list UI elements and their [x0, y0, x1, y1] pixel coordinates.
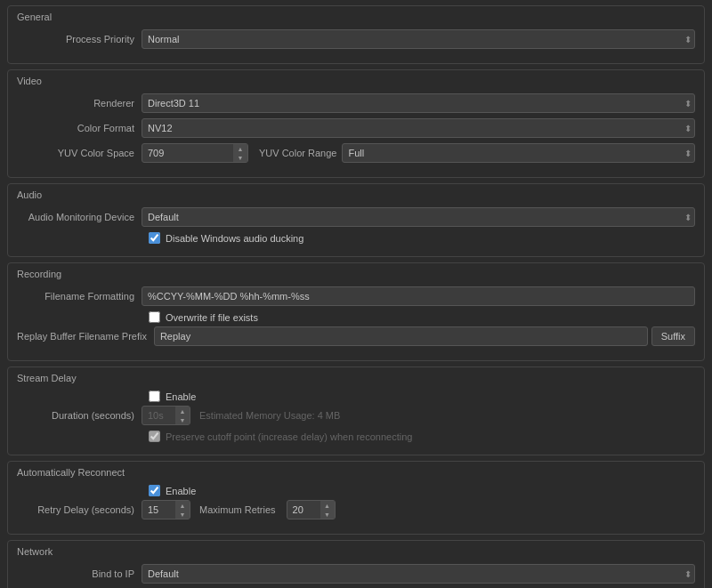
general-title: General: [17, 12, 695, 22]
retry-delay-spin: ▲ ▼: [142, 500, 190, 520]
renderer-select-wrap: Direct3D 11 OpenGL ⬍: [142, 93, 695, 113]
stream-delay-enable-label: Enable: [166, 391, 196, 402]
renderer-select[interactable]: Direct3D 11 OpenGL: [142, 93, 695, 113]
max-retries-up-button[interactable]: ▲: [320, 501, 335, 510]
bind-ip-select-wrap: Default ⬍: [142, 564, 695, 584]
retry-delay-label: Retry Delay (seconds): [17, 504, 142, 515]
yuv-space-down-button[interactable]: ▼: [233, 153, 247, 162]
bind-ip-row: Bind to IP Default ⬍: [17, 564, 695, 584]
process-priority-row: Process Priority Normal Above Normal Hig…: [17, 29, 695, 49]
retry-row: Retry Delay (seconds) ▲ ▼ Maximum Retrie…: [17, 500, 695, 520]
duration-label: Duration (seconds): [17, 410, 142, 421]
suffix-button[interactable]: Suffix: [651, 326, 695, 346]
replay-prefix-input[interactable]: [154, 326, 648, 346]
yuv-space-up-button[interactable]: ▲: [233, 144, 247, 153]
stream-delay-enable-row: Enable: [17, 391, 695, 402]
max-retries-label: Maximum Retries: [199, 504, 281, 515]
audio-monitoring-select[interactable]: Default: [142, 207, 695, 227]
stream-delay-duration-row: Duration (seconds) ▲ ▼ Estimated Memory …: [17, 406, 695, 425]
renderer-row: Renderer Direct3D 11 OpenGL ⬍: [17, 93, 695, 113]
duration-spin-buttons: ▲ ▼: [175, 407, 190, 424]
preserve-cutoff-label: Preserve cutoff point (increase delay) w…: [166, 431, 412, 442]
renderer-label: Renderer: [17, 98, 142, 109]
bind-ip-label: Bind to IP: [17, 568, 142, 579]
general-section: General Process Priority Normal Above No…: [7, 5, 705, 64]
overwrite-row: Overwrite if file exists: [17, 311, 695, 323]
reconnect-enable-label: Enable: [166, 486, 196, 496]
color-format-select[interactable]: NV12 I420 I444 RGB: [142, 118, 695, 138]
replay-prefix-label: Replay Buffer Filename Prefix: [17, 331, 154, 342]
yuv-row: YUV Color Space ▲ ▼ YUV Color Range Full…: [17, 143, 695, 163]
filename-label: Filename Formatting: [17, 291, 142, 302]
video-title: Video: [17, 76, 695, 86]
yuv-color-range-label: YUV Color Range: [259, 148, 342, 158]
max-retries-wrap: Maximum Retries ▲ ▼: [199, 500, 336, 520]
stream-delay-enable-checkbox[interactable]: [149, 391, 160, 402]
filename-row: Filename Formatting: [17, 286, 695, 306]
max-retries-spin-buttons: ▲ ▼: [320, 501, 335, 519]
network-title: Network: [17, 546, 695, 557]
yuv-color-range-select-wrap: Full Partial ⬍: [342, 143, 695, 163]
disable-ducking-label: Disable Windows audio ducking: [166, 233, 303, 244]
color-format-label: Color Format: [17, 123, 142, 133]
yuv-space-spin-buttons: ▲ ▼: [233, 144, 247, 162]
audio-title: Audio: [17, 189, 695, 200]
disable-ducking-checkbox[interactable]: [149, 232, 160, 244]
recording-title: Recording: [17, 269, 695, 279]
preserve-cutoff-row: Preserve cutoff point (increase delay) w…: [17, 431, 695, 442]
auto-reconnect-title: Automatically Reconnect: [17, 467, 695, 478]
color-format-select-wrap: NV12 I420 I444 RGB ⬍: [142, 118, 695, 138]
color-format-row: Color Format NV12 I420 I444 RGB ⬍: [17, 118, 695, 138]
duration-up-button[interactable]: ▲: [175, 407, 190, 415]
retry-delay-up-button[interactable]: ▲: [175, 501, 190, 510]
estimated-memory-text: Estimated Memory Usage: 4 MB: [199, 410, 340, 421]
max-retries-down-button[interactable]: ▼: [320, 510, 335, 519]
process-priority-select-wrap: Normal Above Normal High Realtime Low Be…: [142, 29, 695, 49]
audio-monitoring-row: Audio Monitoring Device Default ⬍: [17, 207, 695, 227]
yuv-color-space-spin: ▲ ▼: [142, 143, 248, 163]
preserve-cutoff-checkbox[interactable]: [149, 431, 160, 442]
yuv-color-space-input[interactable]: [142, 143, 248, 163]
duration-spin: ▲ ▼: [142, 406, 190, 425]
overwrite-label: Overwrite if file exists: [166, 312, 258, 323]
process-priority-select[interactable]: Normal Above Normal High Realtime Low Be…: [142, 29, 695, 49]
filename-input[interactable]: [142, 286, 695, 306]
network-section: Network Bind to IP Default ⬍ Enable new …: [7, 540, 705, 588]
recording-section: Recording Filename Formatting Overwrite …: [7, 262, 705, 361]
audio-section: Audio Audio Monitoring Device Default ⬍ …: [7, 183, 705, 257]
process-priority-label: Process Priority: [17, 34, 142, 44]
reconnect-enable-checkbox[interactable]: [149, 485, 160, 496]
max-retries-spin: ▲ ▼: [287, 500, 336, 520]
overwrite-checkbox[interactable]: [149, 311, 160, 323]
bind-ip-select[interactable]: Default: [142, 564, 695, 584]
disable-ducking-row: Disable Windows audio ducking: [17, 232, 695, 244]
yuv-color-space-label: YUV Color Space: [17, 148, 142, 158]
stream-delay-title: Stream Delay: [17, 373, 695, 383]
yuv-color-range-select[interactable]: Full Partial: [342, 143, 695, 163]
auto-reconnect-section: Automatically Reconnect Enable Retry Del…: [7, 461, 705, 535]
video-section: Video Renderer Direct3D 11 OpenGL ⬍ Colo…: [7, 69, 705, 178]
retry-delay-spin-buttons: ▲ ▼: [175, 501, 190, 519]
duration-down-button[interactable]: ▼: [175, 415, 190, 424]
replay-prefix-row: Replay Buffer Filename Prefix Suffix: [17, 326, 695, 346]
audio-monitoring-select-wrap: Default ⬍: [142, 207, 695, 227]
audio-monitoring-label: Audio Monitoring Device: [17, 212, 142, 222]
retry-delay-down-button[interactable]: ▼: [175, 510, 190, 519]
stream-delay-section: Stream Delay Enable Duration (seconds) ▲…: [7, 366, 705, 455]
reconnect-enable-row: Enable: [17, 485, 695, 496]
